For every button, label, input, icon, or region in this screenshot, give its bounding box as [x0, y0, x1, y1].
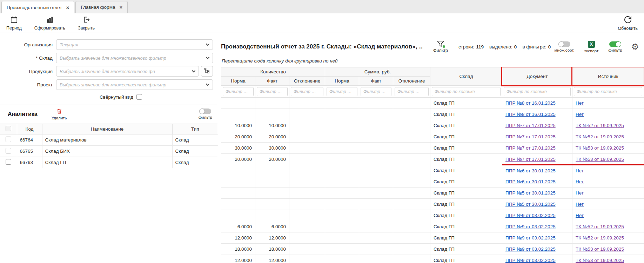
document-link[interactable]: ППР №6 от 30.01.2025 [505, 179, 556, 184]
document-link[interactable]: ППР №9 от 03.02.2025 [505, 246, 556, 252]
column-header-norm[interactable]: Норма [325, 77, 359, 86]
tab-close-icon[interactable] [119, 5, 122, 10]
document-link[interactable]: ППР №6 от 30.01.2025 [505, 168, 556, 173]
report-row[interactable]: Склад ГПППР №5 от 30.01.2025Нет [221, 188, 644, 199]
report-row[interactable]: Склад ГПППР №6 от 30.01.2025Нет [221, 176, 644, 188]
export-button[interactable]: экспорт [584, 41, 598, 53]
multi-sort-toggle[interactable]: множ.сорт. [554, 41, 574, 52]
column-header-deviation[interactable]: Отклонение [289, 77, 325, 86]
column-header-fact[interactable]: Факт [359, 77, 393, 86]
period-button[interactable]: Период [6, 16, 22, 31]
toggle-off-icon[interactable] [199, 109, 211, 114]
row-checkbox[interactable] [6, 137, 11, 142]
organization-input[interactable] [56, 39, 213, 50]
source-link[interactable]: ТК №53 от 19.09.2025 [576, 145, 624, 151]
report-row[interactable]: 12.000012.0000Склад ГПППР №9 от 03.02.20… [221, 255, 644, 263]
document-link[interactable]: ППР №7 от 17.01.2025 [505, 157, 556, 162]
filter-input-document[interactable] [504, 87, 571, 96]
document-link[interactable]: ППР №5 от 30.01.2025 [505, 202, 556, 207]
report-row[interactable]: Склад ГПППР №6 от 30.01.2025Нет [221, 165, 644, 176]
chevron-down-icon[interactable] [206, 43, 210, 46]
tab-main-form[interactable]: Главная форма [75, 1, 128, 13]
filter-input-qty-deviation[interactable] [291, 87, 323, 96]
document-link[interactable]: ППР №9 от 03.02.2025 [505, 224, 556, 229]
source-link[interactable]: Нет [576, 100, 584, 106]
collapsed-view-checkbox[interactable] [136, 94, 142, 100]
chevron-down-icon[interactable] [206, 57, 210, 59]
report-row[interactable]: Склад ГПППР №5 от 30.01.2025Нет [221, 199, 644, 210]
refresh-button[interactable]: Обновить [618, 15, 638, 31]
analytics-row[interactable]: 66765Склад БИХСклад [0, 146, 218, 157]
column-header-fact[interactable]: Факт [255, 77, 289, 86]
source-link[interactable]: Нет [576, 202, 584, 207]
report-row[interactable]: Склад ГПППР №8 от 16.01.2025Нет [221, 109, 644, 120]
tree-select-button[interactable] [201, 66, 213, 77]
grid-filter-toggle[interactable]: фильтр [608, 41, 622, 52]
excel-icon[interactable] [588, 41, 595, 48]
warehouse-input[interactable] [56, 53, 213, 63]
document-link[interactable]: ППР №8 от 16.01.2025 [505, 100, 556, 106]
chevron-down-icon[interactable] [192, 70, 196, 73]
report-row[interactable]: 20.000020.0000Склад ГПППР №7 от 17.01.20… [221, 131, 644, 143]
document-link[interactable]: ППР №7 от 17.01.2025 [505, 123, 556, 128]
document-link[interactable]: ППР №7 от 17.01.2025 [505, 145, 556, 151]
source-link[interactable]: ТК №52 от 19.09.2025 [576, 134, 624, 139]
filter-input-qty-fact[interactable] [257, 87, 288, 96]
source-link[interactable]: ТК №53 от 19.09.2025 [576, 157, 624, 162]
report-row[interactable]: 12.000012.0000Склад ГПППР №9 от 03.02.20… [221, 232, 644, 244]
settings-gear-icon[interactable] [631, 42, 639, 51]
report-row[interactable]: 6.00006.0000Склад ГПППР №9 от 03.02.2025… [221, 221, 644, 232]
product-input[interactable] [56, 66, 199, 77]
filter-input-warehouse[interactable] [432, 87, 501, 96]
toggle-on-icon[interactable] [609, 41, 621, 47]
generate-button[interactable]: Сформировать [34, 16, 65, 31]
document-link[interactable]: ППР №5 от 30.01.2025 [505, 190, 556, 196]
filter-button[interactable]: Фильтр [433, 40, 448, 53]
toggle-off-icon[interactable] [558, 41, 570, 47]
document-link[interactable]: ППР №8 от 16.01.2025 [505, 112, 556, 117]
column-header-source[interactable]: Источник [572, 67, 644, 86]
source-link[interactable]: Нет [576, 168, 584, 173]
analytics-row[interactable]: 66763Склад ГПСклад [0, 157, 218, 168]
document-link[interactable]: ППР №7 от 17.01.2025 [505, 134, 556, 139]
filter-input-qty-norm[interactable] [223, 87, 254, 96]
source-link[interactable]: Нет [576, 179, 584, 184]
source-link[interactable]: ТК №52 от 19.09.2025 [576, 123, 624, 128]
chevron-down-icon[interactable] [206, 83, 210, 86]
filter-input-sum-fact[interactable] [361, 87, 391, 96]
filter-input-source[interactable] [574, 87, 642, 96]
source-link[interactable]: ТК №52 от 19.09.2025 [576, 224, 624, 229]
source-link[interactable]: ТК №53 от 19.09.2025 [576, 246, 624, 252]
report-row[interactable]: 18.000018.0000Склад ГПППР №9 от 03.02.20… [221, 244, 644, 255]
report-row[interactable]: Склад ГПППР №8 от 16.01.2025Нет [221, 98, 644, 109]
filter-input-sum-norm[interactable] [327, 87, 357, 96]
row-checkbox[interactable] [6, 148, 11, 153]
row-checkbox[interactable] [6, 159, 11, 165]
column-header-norm[interactable]: Норма [221, 77, 255, 86]
analytics-row[interactable]: 66764Склад материаловСклад [0, 134, 218, 146]
column-header-deviation[interactable]: Отклонение [393, 77, 430, 86]
column-header-name[interactable]: Наименование [42, 124, 172, 134]
column-header-code[interactable]: Код [17, 124, 42, 134]
report-row[interactable]: 10.000010.0000Склад ГПППР №7 от 17.01.20… [221, 120, 644, 131]
column-header-warehouse[interactable]: Склад [430, 67, 502, 86]
analytics-filter-toggle[interactable]: фильтр [199, 109, 212, 119]
source-link[interactable]: ТК №53 от 19.09.2025 [576, 258, 624, 263]
project-input[interactable] [56, 79, 213, 90]
column-header-document[interactable]: Документ [502, 67, 572, 86]
tab-production-report[interactable]: Производственный отчет [1, 1, 74, 13]
document-link[interactable]: ППР №9 от 03.02.2025 [505, 213, 556, 218]
close-form-button[interactable]: Закрыть [78, 16, 95, 31]
report-row[interactable]: 20.000020.0000Склад ГПППР №7 от 17.01.20… [221, 154, 644, 165]
report-row[interactable]: Склад ГПППР №9 от 03.02.2025Нет [221, 210, 644, 221]
column-header-type[interactable]: Тип [172, 124, 218, 134]
delete-button[interactable]: Удалить [52, 108, 67, 120]
document-link[interactable]: ППР №9 от 03.02.2025 [505, 235, 556, 241]
source-link[interactable]: Нет [576, 190, 584, 196]
document-link[interactable]: ППР №9 от 03.02.2025 [505, 258, 556, 263]
tab-close-icon[interactable] [66, 5, 69, 10]
source-link[interactable]: Нет [576, 213, 584, 218]
source-link[interactable]: ТК №52 от 19.09.2025 [576, 235, 624, 241]
filter-input-sum-deviation[interactable] [395, 87, 429, 96]
report-row[interactable]: 30.000030.0000Склад ГПППР №7 от 17.01.20… [221, 143, 644, 154]
